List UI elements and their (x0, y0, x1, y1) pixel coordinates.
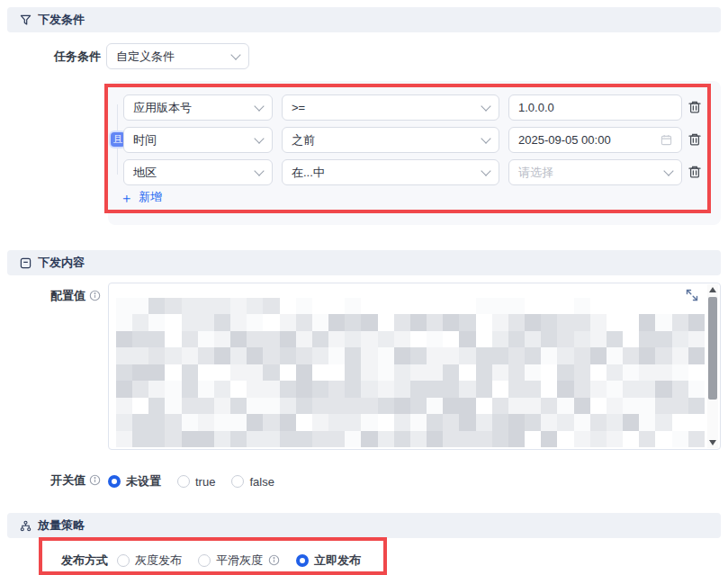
expand-icon[interactable] (686, 289, 698, 301)
section-header-rollout: 放量策略 (7, 513, 721, 538)
condition-date-input[interactable]: 2025-09-05 00:00 (508, 127, 682, 153)
radio-option-true[interactable]: true (177, 475, 215, 489)
redacted-config-content (116, 298, 705, 447)
delete-row-icon[interactable] (688, 165, 702, 179)
release-method-radio-group: 灰度发布 平滑灰度 立即发布 (117, 547, 361, 573)
scroll-up-arrow-icon[interactable] (709, 287, 716, 292)
info-icon (89, 474, 101, 486)
condition-field-select[interactable]: 应用版本号 (123, 94, 273, 121)
radio-icon[interactable] (177, 475, 190, 488)
condition-field-select[interactable]: 时间 (123, 127, 273, 153)
task-condition-label: 任务条件 (0, 43, 101, 69)
release-method-label: 发布方式 (0, 547, 108, 573)
condition-operator-select[interactable]: >= (282, 94, 499, 121)
radio-option-notset[interactable]: 未设置 (108, 473, 161, 490)
funnel-icon (20, 14, 31, 26)
scrollbar-thumb[interactable] (708, 297, 717, 400)
condition-value-select[interactable]: 请选择 (508, 159, 682, 185)
document-icon (20, 257, 31, 269)
condition-operator-select[interactable]: 在...中 (282, 159, 499, 185)
section-title: 放量策略 (38, 517, 85, 534)
chevron-down-icon (663, 166, 673, 175)
condition-value-input[interactable]: 1.0.0.0 (508, 94, 682, 121)
radio-icon[interactable] (231, 475, 244, 488)
release-config-form: 下发条件 任务条件 自定义条件 且 应用版本号 >= 1.0.0.0 时间 之前… (0, 0, 728, 575)
condition-field-select[interactable]: 地区 (123, 159, 273, 185)
radio-icon[interactable] (296, 554, 309, 567)
switch-value-radio-group: 未设置 true false (108, 473, 274, 490)
radio-option-smooth-gray[interactable]: 平滑灰度 (198, 553, 280, 569)
chevron-down-icon (254, 166, 264, 175)
radio-option-immediate-release[interactable]: 立即发布 (296, 553, 361, 569)
info-icon (268, 554, 280, 566)
info-icon (89, 290, 101, 301)
scroll-down-arrow-icon[interactable] (709, 440, 716, 445)
select-placeholder: 请选择 (518, 165, 553, 181)
chevron-down-icon (481, 101, 490, 111)
chevron-down-icon (481, 166, 490, 175)
chevron-down-icon (254, 133, 264, 143)
config-value-textarea[interactable] (108, 283, 721, 450)
section-header-conditions: 下发条件 (7, 7, 721, 32)
section-title: 下发条件 (38, 12, 85, 28)
section-title: 下发内容 (38, 255, 85, 271)
radio-option-gray-release[interactable]: 灰度发布 (117, 553, 182, 569)
scrollbar[interactable] (707, 284, 718, 448)
radio-icon[interactable] (108, 475, 121, 488)
task-condition-select[interactable]: 自定义条件 (106, 43, 249, 69)
radio-icon[interactable] (198, 554, 211, 567)
chevron-down-icon (254, 101, 264, 111)
delete-row-icon[interactable] (688, 100, 702, 114)
add-condition-button[interactable]: ＋ 新增 (120, 189, 162, 205)
chevron-down-icon (481, 133, 490, 143)
section-header-content: 下发内容 (7, 250, 721, 275)
condition-operator-select[interactable]: 之前 (282, 127, 499, 153)
calendar-icon (661, 134, 672, 146)
hierarchy-icon (20, 520, 31, 532)
config-value-label: 配置值 (0, 283, 101, 309)
task-condition-value: 自定义条件 (116, 49, 175, 65)
radio-icon[interactable] (117, 554, 130, 567)
chevron-down-icon (230, 49, 240, 59)
radio-option-false[interactable]: false (231, 475, 274, 489)
delete-row-icon[interactable] (688, 132, 702, 147)
switch-value-label: 开关值 (0, 467, 101, 493)
plus-icon: ＋ (120, 191, 133, 204)
